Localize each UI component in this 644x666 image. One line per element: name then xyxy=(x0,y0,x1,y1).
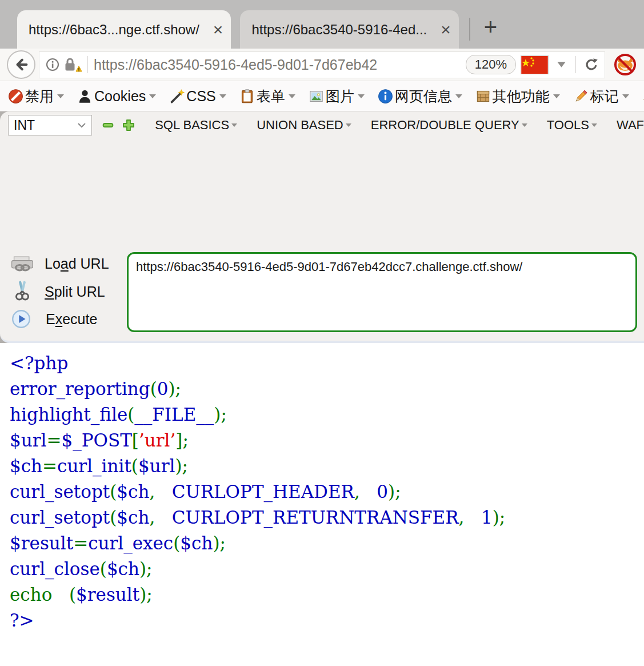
menu-tools[interactable]: TOOLS xyxy=(547,118,597,133)
person-icon xyxy=(77,89,93,104)
devbar-item-label: Cookies xyxy=(94,88,146,105)
chevron-down-icon xyxy=(591,123,597,127)
execute-label: Execute xyxy=(46,311,97,328)
chevron-down-icon xyxy=(346,123,351,127)
devbar-page-info-menu[interactable]: 网页信息 xyxy=(378,87,462,106)
web-developer-toolbar: 禁用 Cookies CSS 表单 图片 网页信息 xyxy=(0,81,644,111)
load-url-icon xyxy=(10,254,34,273)
new-tab-button[interactable]: + xyxy=(484,15,497,38)
chevron-down-icon xyxy=(219,94,226,98)
devbar-forms-menu[interactable]: 表单 xyxy=(239,87,295,106)
devbar-outline-menu[interactable]: 标记 xyxy=(573,87,629,106)
tab-close-icon[interactable]: × xyxy=(213,21,223,38)
load-url-button[interactable]: Load URL xyxy=(10,254,109,273)
hackbar-toolbar: INT SQL BASICS UNION BASED ERROR/DOUBLE … xyxy=(8,114,644,136)
site-info-icon[interactable] xyxy=(45,57,60,72)
clipboard-icon xyxy=(239,89,255,104)
hex-encode-arrow-icon[interactable] xyxy=(423,341,455,343)
page-content: <?php error_reporting(0);highlight_file(… xyxy=(0,343,644,666)
insecure-lock-warning-icon[interactable] xyxy=(63,57,82,73)
back-button[interactable] xyxy=(7,50,35,79)
chevron-down-icon xyxy=(622,94,629,98)
decrease-font-button[interactable] xyxy=(101,118,115,132)
hex-encoder-label: 0xHEX xyxy=(370,342,413,343)
tab-title: https://6bac3540-5916-4ed... xyxy=(251,22,427,38)
chevron-down-icon xyxy=(522,123,527,127)
menu-union-based[interactable]: UNION BASED xyxy=(257,118,351,133)
crate-icon xyxy=(475,89,491,104)
tab-divider xyxy=(469,18,470,41)
devbar-disable-menu[interactable]: 禁用 xyxy=(8,87,64,106)
menu-label: UNION BASED xyxy=(257,118,343,133)
hackbar-extension-panel: INT SQL BASICS UNION BASED ERROR/DOUBLE … xyxy=(0,111,644,343)
devbar-item-label: 禁用 xyxy=(25,87,54,106)
charset-select[interactable]: INT xyxy=(8,115,92,135)
pencil-icon xyxy=(573,89,589,104)
split-url-label: Split URL xyxy=(45,284,105,300)
tab-bar: https://6bac3...nge.ctf.show/ × https://… xyxy=(0,0,644,49)
post-data-checkbox[interactable] xyxy=(131,342,147,343)
split-url-button[interactable]: Split URL xyxy=(14,281,105,302)
magic-wand-icon xyxy=(169,89,185,104)
menu-label: TOOLS xyxy=(547,118,589,133)
load-url-label: Load URL xyxy=(45,256,109,272)
menu-sql-basics[interactable]: SQL BASICS xyxy=(155,118,237,133)
menu-waf[interactable]: WAF xyxy=(617,118,644,133)
referrer-checkbox-label[interactable]: Referrer xyxy=(260,342,310,343)
browser-tab-2[interactable]: https://6bac3540-5916-4ed... × xyxy=(240,10,458,49)
extension-disabled-fox-icon[interactable] xyxy=(613,53,637,77)
devbar-item-label: CSS xyxy=(186,88,215,105)
navigation-toolbar: https://6bac3540-5916-4ed5-9d01-7d67eb42… xyxy=(0,49,644,81)
devbar-item-label: 表单 xyxy=(257,87,285,106)
devbar-item-label: 其他功能 xyxy=(493,87,550,106)
hex-decode-arrow-icon[interactable] xyxy=(327,341,359,343)
increase-font-button[interactable] xyxy=(122,118,135,132)
address-text[interactable]: https://6bac3540-5916-4ed5-9d01-7d67eb42 xyxy=(94,57,461,73)
post-data-checkbox-label[interactable]: Post data xyxy=(155,342,213,343)
devbar-cookies-menu[interactable]: Cookies xyxy=(77,88,156,105)
chevron-down-icon xyxy=(77,122,86,128)
chevron-down-icon xyxy=(455,94,462,98)
reload-icon[interactable] xyxy=(584,57,599,72)
menu-label: WAF xyxy=(617,118,644,133)
load-url-textarea[interactable]: https://6bac3540-5916-4ed5-9d01-7d67eb42… xyxy=(127,252,637,332)
menu-error-double-query[interactable]: ERROR/DOUBLE QUERY xyxy=(371,118,527,133)
chevron-down-icon xyxy=(231,123,237,127)
chevron-down-icon xyxy=(149,94,156,98)
chevron-down-icon xyxy=(289,94,295,98)
urlbar-divider xyxy=(575,56,576,73)
chevron-down-icon xyxy=(553,94,560,98)
devbar-item-label: 图片 xyxy=(326,87,354,106)
url-decode-arrow-icon[interactable] xyxy=(487,341,519,343)
hackbar-options-row: Post data Referrer 0xHEX %URL B xyxy=(131,340,644,343)
url-encode-arrow-icon[interactable] xyxy=(579,341,611,343)
scissors-icon xyxy=(14,281,31,302)
zoom-level-badge[interactable]: 120% xyxy=(466,55,516,74)
page-actions-dropdown-icon[interactable] xyxy=(557,61,566,68)
tab-title: https://6bac3...nge.ctf.show/ xyxy=(29,22,199,38)
php-code: <?php error_reporting(0);highlight_file(… xyxy=(10,350,644,633)
devbar-misc-menu[interactable]: 其他功能 xyxy=(475,87,560,106)
menu-label: SQL BASICS xyxy=(155,118,229,133)
urlbar-divider xyxy=(87,56,88,73)
tab-close-icon[interactable]: × xyxy=(441,21,451,38)
url-encoder-label: %URL xyxy=(529,342,569,343)
devbar-item-label: 网页信息 xyxy=(395,87,452,106)
devbar-images-menu[interactable]: 图片 xyxy=(309,87,365,106)
back-arrow-icon xyxy=(13,57,29,73)
charset-select-value: INT xyxy=(14,118,35,133)
image-icon xyxy=(309,89,324,104)
url-bar[interactable]: https://6bac3540-5916-4ed5-9d01-7d67eb42… xyxy=(39,51,605,78)
play-icon xyxy=(11,309,31,329)
no-entry-icon xyxy=(8,89,23,104)
chevron-down-icon xyxy=(57,94,64,98)
china-flag-icon[interactable] xyxy=(521,55,549,74)
devbar-css-menu[interactable]: CSS xyxy=(169,88,226,105)
info-icon xyxy=(378,89,393,104)
menu-label: ERROR/DOUBLE QUERY xyxy=(371,118,519,133)
execute-button[interactable]: Execute xyxy=(11,309,97,329)
chevron-down-icon xyxy=(358,94,365,98)
referrer-checkbox[interactable] xyxy=(237,342,253,343)
devbar-item-label: 标记 xyxy=(590,87,619,106)
browser-tab-1[interactable]: https://6bac3...nge.ctf.show/ × xyxy=(17,10,231,49)
